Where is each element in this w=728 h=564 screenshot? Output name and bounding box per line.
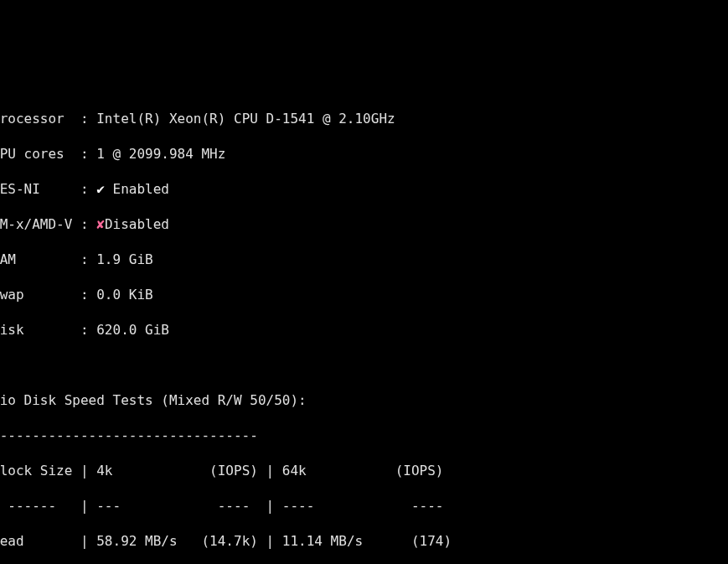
fio-row-read-1: Read | 58.92 MB/s (14.7k) | 11.14 MB/s (… <box>0 532 728 550</box>
sysinfo-ram: RAM : 1.9 GiB <box>0 251 728 268</box>
fio-subdash-1: ------ | --- ---- | ---- ---- <box>0 497 728 515</box>
sysinfo-swap: Swap : 0.0 KiB <box>0 286 728 303</box>
fio-title: fio Disk Speed Tests (Mixed R/W 50/50): <box>0 391 728 409</box>
cross-icon: ✘ <box>96 216 105 232</box>
fio-header-1: Block Size | 4k (IOPS) | 64k (IOPS) <box>0 462 728 479</box>
sysinfo-aesni: AES-NI : ✔ Enabled <box>0 180 728 198</box>
sysinfo-disk: Disk : 620.0 GiB <box>0 321 728 339</box>
sysinfo-processor: Processor : Intel(R) Xeon(R) CPU D-1541 … <box>0 110 728 127</box>
sysinfo-vmx: VM-x/AMD-V : ✘Disabled <box>0 215 728 233</box>
check-icon: ✔ <box>96 181 112 197</box>
fio-hr: --------------------------------- <box>0 427 728 444</box>
sysinfo-cpu-cores: CPU cores : 1 @ 2099.984 MHz <box>0 145 728 163</box>
terminal-output: Processor : Intel(R) Xeon(R) CPU D-1541 … <box>0 88 728 564</box>
